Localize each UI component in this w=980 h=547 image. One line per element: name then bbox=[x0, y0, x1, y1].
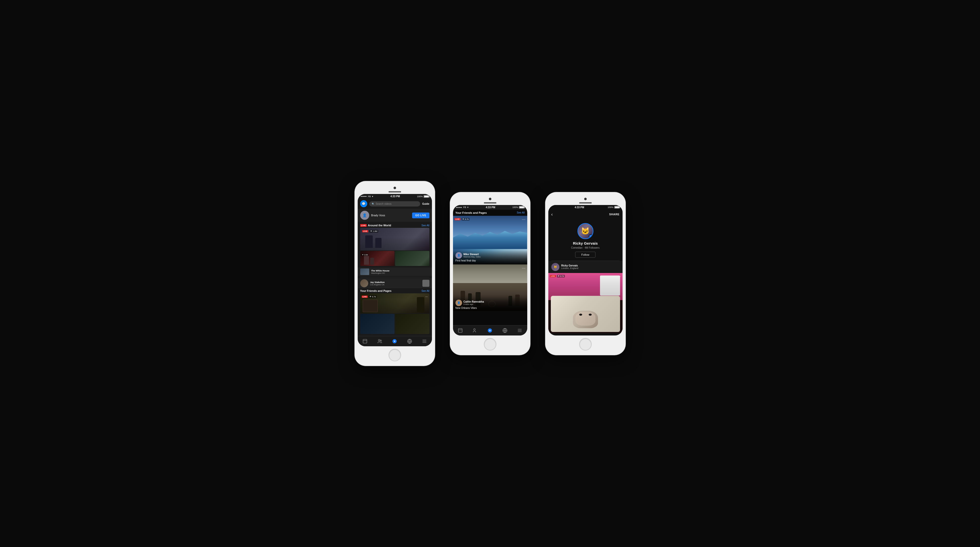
phone-3: 4:33 PM 100% ‹ SHARE 🐱 ✓ Ricky Gervais bbox=[545, 192, 625, 355]
battery-icon bbox=[424, 195, 429, 198]
carrier-label: FB bbox=[368, 195, 371, 198]
svg-point-2 bbox=[378, 340, 380, 341]
jay-loc: Los Angeles CA bbox=[370, 284, 420, 286]
jay-info: Jay Stakelton Los Angeles CA bbox=[370, 281, 420, 286]
friends-video-2[interactable] bbox=[360, 314, 395, 334]
svg-rect-11 bbox=[458, 329, 462, 332]
ocean-username: Mike Stewart bbox=[463, 253, 480, 256]
around-world-label: Around the World bbox=[368, 224, 391, 227]
wifi-icon: ▾ bbox=[372, 195, 373, 198]
street-user-row: 👤 Caitlin Ramrakha 3 mins ago bbox=[455, 300, 525, 306]
nav-globe-icon[interactable] bbox=[407, 338, 413, 344]
see-all-atw[interactable]: See All bbox=[422, 224, 429, 227]
nav-live-icon[interactable] bbox=[391, 338, 398, 344]
whitehouse-thumb bbox=[360, 268, 369, 275]
street-video-info: 👤 Caitlin Ramrakha 3 mins ago New Orlean… bbox=[453, 298, 527, 311]
status-bar-1: ●●●●● FB ▾ 4:33 PM 100% bbox=[358, 194, 432, 199]
street-video-topbar: ··· bbox=[455, 266, 526, 270]
video-card-ocean[interactable]: LIVE 👁 8.7k ··· 👤 Mike Stewart Waimea Ba… bbox=[453, 216, 527, 263]
status-bar-3: 4:33 PM 100% bbox=[548, 205, 622, 210]
jay-preview bbox=[422, 280, 430, 287]
phones-container: ●●●●● FB ▾ 4:33 PM 100% 💬 Search videos bbox=[355, 181, 625, 366]
battery-pct-3: 100% bbox=[608, 206, 613, 209]
atw-main-thumb[interactable]: LIVE 👁 1.6M bbox=[360, 228, 430, 250]
bottom-nav-1 bbox=[358, 336, 432, 346]
guide-button[interactable]: Guide bbox=[422, 203, 429, 205]
friends-feed: LIVE 👁 8.7k ··· bbox=[358, 293, 432, 334]
ocean-video-topbar: LIVE 👁 8.7k ··· bbox=[455, 217, 526, 221]
p3-video-topbar: LIVE 👁 8.7k ··· bbox=[550, 274, 621, 278]
camera-lens-2 bbox=[489, 198, 492, 200]
live-badge-friends: LIVE bbox=[362, 296, 368, 298]
profile-avatar: 🐱 ✓ bbox=[578, 223, 593, 239]
profile-subtitle: Comedian · 4M Followers bbox=[571, 246, 600, 249]
nav-menu-icon[interactable] bbox=[422, 338, 427, 344]
friends-video-3[interactable] bbox=[395, 314, 430, 334]
nav-globe-icon-2[interactable] bbox=[502, 327, 508, 333]
jay-thumb bbox=[360, 279, 368, 287]
nav-menu-icon-2[interactable] bbox=[517, 327, 523, 333]
friends-video-menu[interactable]: ··· bbox=[425, 295, 428, 298]
follow-button[interactable]: Follow bbox=[575, 252, 596, 258]
nav-friends-icon-2[interactable] bbox=[472, 327, 478, 333]
see-all-friends[interactable]: See All bbox=[422, 290, 429, 292]
nav-news-icon-2[interactable] bbox=[457, 327, 463, 333]
ocean-userloc: Waimea Bay, Oahu bbox=[463, 256, 480, 258]
user-go-live-section: 👤 Brady Voss GO LIVE bbox=[358, 209, 432, 222]
video-card-street[interactable]: ··· 👤 Caitlin Ramrakha 3 mins ago New Or… bbox=[453, 265, 527, 311]
home-button-2[interactable] bbox=[484, 338, 496, 351]
time-3: 4:33 PM bbox=[575, 206, 584, 209]
friends-video-main[interactable]: LIVE 👁 8.7k ··· bbox=[360, 293, 430, 313]
ocean-video-info: 👤 Mike Stewart Waimea Bay, Oahu First he… bbox=[453, 250, 527, 263]
street-video-menu[interactable]: ··· bbox=[522, 266, 526, 270]
street-user-avatar: 👤 bbox=[455, 300, 462, 306]
signal-2: ●●●●● bbox=[456, 206, 462, 209]
home-button-3[interactable] bbox=[579, 338, 592, 351]
phone-1-top bbox=[358, 184, 432, 194]
battery-2: 100% bbox=[512, 206, 524, 209]
nav-news-icon[interactable] bbox=[362, 338, 368, 344]
friends-title: Your Friends and Pages bbox=[360, 289, 391, 292]
atw-sub-thumb-1[interactable]: 👁 3.6M bbox=[360, 251, 395, 266]
p3-poster-row: 🐱 Ricky Gervais London, England bbox=[548, 261, 622, 273]
p3-video-menu[interactable]: ··· bbox=[618, 274, 621, 278]
poster-name: Ricky Gervais bbox=[562, 264, 578, 267]
user-avatar: 👤 bbox=[360, 211, 369, 220]
p1-topbar: 💬 Search videos Guide bbox=[358, 199, 432, 209]
speaker-grille-2 bbox=[484, 202, 496, 204]
atw-sub-thumb-2[interactable] bbox=[395, 251, 430, 266]
ocean-video-menu[interactable]: ··· bbox=[522, 217, 526, 221]
messenger-icon[interactable]: 💬 bbox=[360, 200, 367, 207]
nav-friends-icon[interactable] bbox=[377, 338, 383, 344]
battery-3: 100% bbox=[608, 206, 619, 209]
p3-video[interactable]: LIVE 👁 8.7k ··· bbox=[548, 273, 622, 333]
nav-live-icon-2[interactable] bbox=[487, 327, 493, 333]
radiator-bg bbox=[600, 276, 620, 296]
live-badge-main: LIVE bbox=[362, 230, 369, 232]
battery-pct-2: 100% bbox=[512, 206, 518, 209]
profile-name: Ricky Gervais bbox=[573, 241, 598, 246]
whitehouse-loc: Washington DC bbox=[371, 272, 430, 274]
home-button-1[interactable] bbox=[388, 349, 401, 361]
share-button[interactable]: SHARE bbox=[609, 213, 619, 216]
p3-view-count: 8.7k bbox=[560, 275, 564, 277]
street-username: Caitlin Ramrakha bbox=[463, 300, 484, 303]
back-button[interactable]: ‹ bbox=[551, 212, 553, 217]
status-bar-2: ●●●●● FB ▾ 4:33 PM 100% bbox=[453, 205, 527, 210]
camera-lens-3 bbox=[584, 198, 587, 200]
signal-area: ●●●●● FB ▾ bbox=[361, 195, 374, 198]
search-icon bbox=[372, 203, 374, 205]
bottom-nav-2 bbox=[453, 325, 527, 335]
signal-dots: ●●●●● bbox=[361, 195, 367, 198]
live-badge-p3: LIVE bbox=[550, 275, 556, 277]
speaker-grille-3 bbox=[579, 202, 592, 204]
page-row-jay[interactable]: Jay Stakelton Los Angeles CA bbox=[358, 278, 432, 288]
around-world-title: LIVE Around the World bbox=[360, 224, 391, 227]
search-bar[interactable]: Search videos bbox=[369, 201, 420, 207]
go-live-button[interactable]: GO LIVE bbox=[412, 212, 429, 218]
street-video-desc: New Orleans Vibes bbox=[455, 307, 525, 309]
svg-point-13 bbox=[474, 329, 475, 330]
p2-see-all[interactable]: See All bbox=[517, 211, 525, 214]
page-row-whitehouse[interactable]: The White House Washington DC bbox=[358, 268, 432, 276]
sub-view-count: 3.6M bbox=[364, 254, 368, 256]
